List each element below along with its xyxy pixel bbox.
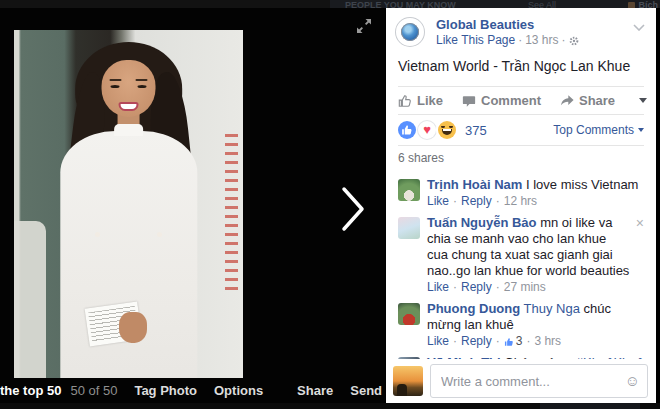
viewer-bottom-bar: the top 50 50 of 50 Tag Photo Options Sh… (0, 380, 385, 400)
love-reaction-icon[interactable]: ♥ (418, 121, 436, 139)
comment-composer: ☺ (386, 359, 656, 403)
globe-logo-icon (401, 23, 419, 41)
emoji-picker-icon[interactable]: ☺ (625, 372, 640, 390)
write-comment-input[interactable] (430, 364, 648, 398)
post-action-row: Like Comment Share (386, 87, 656, 114)
commenter-name-link[interactable]: Trịnh Hoài Nam (427, 177, 522, 192)
mention-link[interactable]: Thuy Nga (524, 301, 580, 316)
meta-dot: · (518, 33, 522, 48)
comment-row: Phuong Duong Thuy Nga chúc mừng lan khuê… (398, 301, 644, 349)
fullscreen-icon[interactable] (356, 18, 372, 34)
reaction-count[interactable]: 375 (465, 123, 487, 138)
haha-reaction-icon[interactable] (438, 121, 456, 139)
voice-switcher-caret-icon[interactable] (639, 98, 647, 103)
comment-like-link[interactable]: Like (427, 334, 449, 349)
comment-reply-link[interactable]: Reply (461, 334, 492, 349)
reaction-row: ♥ 375 Top Comments (386, 115, 656, 145)
photo-viewer: the top 50 50 of 50 Tag Photo Options Sh… (0, 8, 385, 403)
like-reaction-icon[interactable] (398, 121, 416, 139)
commenter-avatar[interactable] (398, 179, 420, 201)
comment-bubble-icon (462, 94, 476, 108)
photo-miss-vietnam (14, 30, 243, 378)
comment-time-link[interactable]: 3 hrs (534, 334, 561, 349)
comment-reply-link[interactable]: Reply (461, 280, 492, 295)
comment-action-button[interactable]: Comment (462, 93, 541, 108)
meta-dot: · (562, 33, 566, 48)
comment-like-link[interactable]: Like (427, 194, 449, 209)
share-photo-button[interactable]: Share (297, 383, 333, 398)
page-avatar-global-beauties[interactable] (395, 17, 425, 47)
photo-position: 50 of 50 (70, 383, 117, 398)
comment-time-link[interactable]: 27 mins (504, 280, 546, 295)
current-user-avatar[interactable] (393, 366, 423, 396)
post-text: Vietnam World - Trần Ngọc Lan Khue (386, 54, 656, 86)
commenter-name-link[interactable]: Tuấn Nguyễn Bảo (427, 215, 537, 230)
comment-row: Tuấn Nguyễn Bảo mn oi like va chia se ma… (398, 215, 644, 295)
sort-caret-icon (638, 128, 644, 132)
comment-like-link[interactable]: Like (427, 280, 449, 295)
post-panel: Global Beauties Like This Page · 13 hrs … (386, 8, 656, 403)
options-button[interactable]: Options (214, 383, 263, 398)
hide-comment-icon[interactable]: × (636, 217, 644, 229)
like-this-page-link[interactable]: Like This Page (436, 33, 515, 48)
comment-reply-link[interactable]: Reply (461, 194, 492, 209)
chat-contact-name: Bích (638, 0, 658, 8)
commenter-name-link[interactable]: Phuong Duong (427, 301, 520, 316)
comment-sort-selector[interactable]: Top Comments (553, 123, 644, 137)
comment-row: Trịnh Hoài Nam I love miss Vietnam Like·… (398, 177, 644, 209)
post-menu-chevron-icon[interactable] (633, 24, 645, 31)
page-name-link[interactable]: Global Beauties (436, 17, 644, 33)
send-photo-button[interactable]: Send (350, 383, 382, 398)
comment-like-count[interactable]: 3 (504, 334, 523, 349)
album-title-link[interactable]: the top 50 (0, 383, 61, 398)
post-timestamp-link[interactable]: 13 hrs (525, 33, 558, 48)
comment-time-link[interactable]: 12 hrs (504, 194, 537, 209)
share-arrow-icon (560, 94, 574, 107)
share-count-link[interactable]: 6 shares (398, 151, 444, 165)
privacy-gear-icon (569, 36, 579, 46)
commenter-avatar[interactable] (398, 303, 420, 325)
dimmed-backdrop-top: PEOPLE YOU MAY KNOW See All Bích (0, 0, 660, 8)
see-all-link: See All (528, 0, 556, 8)
share-action-button[interactable]: Share (560, 93, 615, 108)
post-header: Global Beauties Like This Page · 13 hrs … (386, 8, 656, 54)
commenter-avatar[interactable] (398, 217, 420, 239)
thumb-up-icon (398, 94, 412, 108)
tag-photo-button[interactable]: Tag Photo (134, 383, 197, 398)
people-you-may-know-header: PEOPLE YOU MAY KNOW (345, 0, 456, 8)
next-photo-arrow[interactable] (340, 186, 366, 232)
dimmed-backdrop-bottom (0, 403, 660, 409)
like-action-button[interactable]: Like (398, 93, 443, 108)
